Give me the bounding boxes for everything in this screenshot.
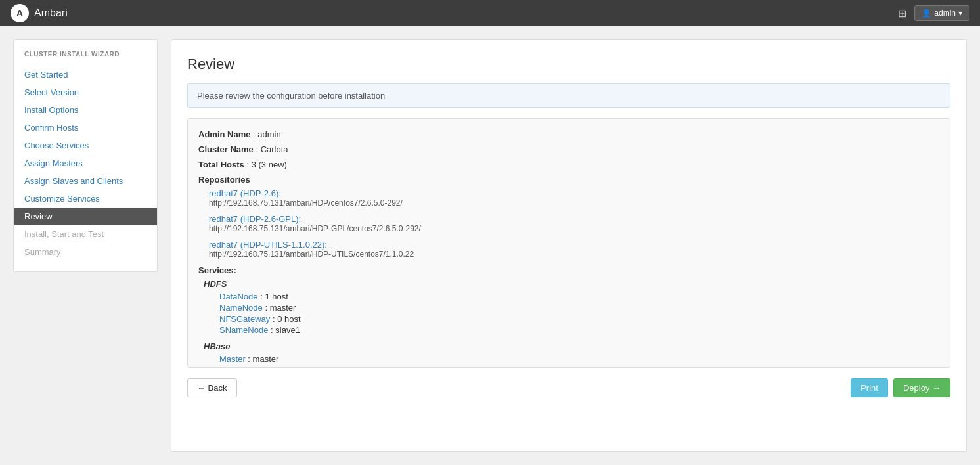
sidebar-item-assign-masters[interactable]: Assign Masters [14,154,157,172]
navbar-right: ⊞ 👤 admin ▾ [898,5,969,21]
print-button[interactable]: Print [851,378,888,397]
admin-label: admin [934,9,956,18]
service-item-namenode: NameNode : master [204,303,939,313]
info-banner: Please review the configuration before i… [187,83,950,108]
cluster-name-sep: : [256,144,260,154]
total-hosts-field: Total Hosts : 3 (3 new) [198,160,939,169]
datanode-label: DataNode [219,292,258,301]
total-hosts-value: 3 (3 new) [252,160,287,169]
repo-link-0[interactable]: redhat7 (HDP-2.6): [209,188,939,198]
repo-url-0: http://192.168.75.131/ambari/HDP/centos7… [209,198,939,208]
admin-name-field: Admin Name : admin [198,129,939,139]
app-title: Ambari [34,7,68,19]
sidebar-item-review[interactable]: Review [14,208,157,225]
app-logo: A [11,4,29,22]
sidebar-item-choose-services[interactable]: Choose Services [14,137,157,154]
repo-url-1: http://192.168.75.131/ambari/HDP-GPL/cen… [209,224,939,233]
snamenode-value: slave1 [275,325,300,335]
service-item-nfsgateway: NFSGateway : 0 host [204,314,939,324]
service-name-hdfs: HDFS [204,279,939,289]
service-group-hdfs: HDFS DataNode : 1 host NameNode : master… [198,279,939,335]
nfsgateway-label: NFSGateway [219,314,270,324]
regionserver-label: RegionServer [219,365,272,368]
action-bar: ← Back Print Deploy → [187,378,950,397]
service-item-datanode: DataNode : 1 host [204,292,939,301]
sidebar-item-assign-slaves[interactable]: Assign Slaves and Clients [14,172,157,190]
right-actions: Print Deploy → [851,378,950,397]
sidebar-item-confirm-hosts[interactable]: Confirm Hosts [14,119,157,137]
grid-icon[interactable]: ⊞ [898,7,906,20]
services-label: Services: [198,265,939,275]
deploy-button[interactable]: Deploy → [893,378,950,397]
service-group-hbase: HBase Master : master RegionServer : 1 h… [198,342,939,368]
service-name-hbase: HBase [204,342,939,351]
nfsgateway-value: 0 host [277,314,300,324]
cluster-name-label: Cluster Name [198,144,254,154]
snamenode-label: SNameNode [219,325,268,335]
sidebar-item-install-options[interactable]: Install Options [14,101,157,119]
repo-link-2[interactable]: redhat7 (HDP-UTILS-1.1.0.22): [209,240,939,250]
cluster-name-field: Cluster Name : Carlota [198,144,939,154]
brand: A Ambari [11,4,68,22]
total-hosts-sep: : [246,160,251,169]
page-title: Review [187,56,950,73]
namenode-label: NameNode [219,303,263,313]
sidebar-item-select-version[interactable]: Select Version [14,83,157,101]
repositories-label: Repositories [198,175,939,185]
repo-group-1: redhat7 (HDP-2.6-GPL): http://192.168.75… [198,214,939,233]
admin-menu-button[interactable]: 👤 admin ▾ [914,5,969,21]
regionserver-value: 1 host [278,365,301,368]
sidebar-item-get-started[interactable]: Get Started [14,66,157,83]
service-item-regionserver: RegionServer : 1 host [204,365,939,368]
repo-link-1[interactable]: redhat7 (HDP-2.6-GPL): [209,214,939,224]
user-icon: 👤 [922,9,931,18]
sidebar-section-title: CLUSTER INSTALL WIZARD [14,51,157,66]
admin-name-value: admin [257,129,280,139]
sidebar-item-summary: Summary [14,243,157,261]
repo-group-0: redhat7 (HDP-2.6): http://192.168.75.131… [198,188,939,208]
chevron-down-icon: ▾ [958,9,962,18]
info-message: Please review the configuration before i… [197,91,385,100]
master-label: Master [219,354,246,364]
repo-url-2: http://192.168.75.131/ambari/HDP-UTILS/c… [209,250,939,259]
total-hosts-label: Total Hosts [198,160,244,169]
admin-name-label: Admin Name [198,129,250,139]
main-content: Review Please review the configuration b… [171,39,967,452]
sidebar-item-customize-services[interactable]: Customize Services [14,190,157,208]
master-value: master [253,354,279,364]
page-container: CLUSTER INSTALL WIZARD Get Started Selec… [0,26,980,465]
datanode-value: 1 host [265,292,288,301]
repo-group-2: redhat7 (HDP-UTILS-1.1.0.22): http://192… [198,240,939,259]
back-button[interactable]: ← Back [187,378,237,397]
sidebar: CLUSTER INSTALL WIZARD Get Started Selec… [13,39,158,272]
review-panel[interactable]: Admin Name : admin Cluster Name : Carlot… [187,118,950,368]
service-item-snamenode: SNameNode : slave1 [204,325,939,335]
namenode-value: master [270,303,296,313]
service-item-master: Master : master [204,354,939,364]
cluster-name-value: Carlota [261,144,288,154]
navbar: A Ambari ⊞ 👤 admin ▾ [0,0,980,26]
sidebar-item-install-start-test: Install, Start and Test [14,225,157,243]
